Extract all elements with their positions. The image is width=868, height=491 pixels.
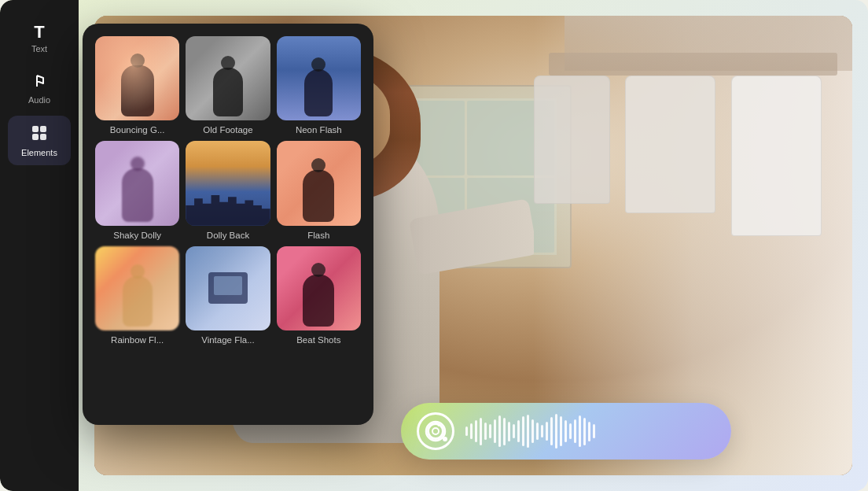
waveform-bar	[470, 423, 473, 439]
effect-item-rainbow-fl[interactable]: Rainbow Fl...	[95, 246, 179, 345]
effects-grid: Bouncing G... Old Footage Neon Fla	[95, 36, 361, 345]
waveform-bar	[465, 426, 468, 436]
waveform-bar	[475, 420, 477, 442]
sidebar-item-audio-label: Audio	[28, 95, 50, 105]
effect-thumb-bouncing-g	[95, 36, 179, 120]
sidebar: T Text Audio Elements	[0, 0, 79, 491]
effect-label-flash: Flash	[277, 231, 361, 240]
effect-thumb-vintage-fla	[186, 246, 270, 330]
effect-thumb-beat-shots	[277, 246, 361, 330]
waveform-bar	[541, 425, 543, 437]
effect-item-vintage-fla[interactable]: Vintage Fla...	[186, 246, 270, 345]
waveform-bar	[513, 424, 515, 438]
text-icon: T	[34, 24, 44, 41]
svg-rect-2	[32, 134, 39, 140]
effect-label-vintage-fla: Vintage Fla...	[186, 335, 270, 345]
audio-icon-circle	[417, 412, 454, 450]
elements-icon	[30, 124, 49, 145]
waveform-bar	[498, 415, 501, 447]
audio-bar[interactable]	[401, 403, 731, 460]
effects-panel: Bouncing G... Old Footage Neon Fla	[83, 24, 373, 425]
effect-label-shaky-dolly: Shaky Dolly	[95, 231, 179, 240]
effect-item-old-footage[interactable]: Old Footage	[186, 36, 270, 135]
effect-label-rainbow-fl: Rainbow Fl...	[95, 335, 179, 345]
sidebar-item-text[interactable]: T Text	[8, 16, 71, 61]
waveform-bar	[489, 424, 491, 438]
waveform-bar	[503, 418, 506, 445]
svg-rect-1	[40, 126, 46, 132]
effect-thumb-shaky-dolly	[95, 141, 179, 225]
waveform-bar	[494, 419, 496, 443]
effect-item-bouncing-g[interactable]: Bouncing G...	[95, 36, 179, 135]
effect-item-neon-flash[interactable]: Neon Flash	[277, 36, 361, 135]
effect-item-flash[interactable]: Flash	[277, 141, 361, 239]
waveform-bar	[508, 422, 510, 441]
app-container: T Text Audio Elements	[0, 0, 868, 491]
svg-rect-0	[32, 126, 39, 132]
effect-thumb-neon-flash	[277, 36, 361, 120]
waveform-bar	[588, 422, 590, 441]
waveform-bar	[517, 420, 520, 442]
waveform-bar	[484, 423, 487, 440]
effect-label-bouncing-g: Bouncing G...	[95, 125, 179, 135]
effect-thumb-old-footage	[186, 36, 270, 120]
effect-label-neon-flash: Neon Flash	[277, 125, 361, 135]
waveform-bar	[569, 423, 572, 439]
effect-thumb-dolly-back	[186, 141, 270, 225]
svg-point-5	[432, 428, 439, 434]
effect-label-dolly-back: Dolly Back	[186, 231, 270, 240]
svg-point-4	[426, 422, 445, 441]
waveform-bar	[583, 418, 586, 445]
waveform	[465, 414, 715, 449]
sidebar-item-text-label: Text	[31, 44, 47, 54]
effect-item-dolly-back[interactable]: Dolly Back	[186, 141, 270, 239]
waveform-bar	[531, 419, 534, 443]
waveform-bar	[546, 422, 548, 441]
sidebar-item-elements[interactable]: Elements	[8, 116, 71, 165]
audio-icon	[31, 72, 48, 92]
effect-label-old-footage: Old Footage	[186, 125, 270, 135]
waveform-bar	[522, 416, 524, 446]
effect-thumb-flash	[277, 141, 361, 225]
waveform-bar	[565, 420, 567, 442]
effect-thumb-rainbow-fl	[95, 246, 179, 330]
sidebar-item-elements-label: Elements	[21, 148, 57, 157]
waveform-bar	[555, 414, 557, 449]
effect-item-shaky-dolly[interactable]: Shaky Dolly	[95, 141, 179, 239]
waveform-bar	[527, 415, 529, 448]
waveform-bar	[574, 419, 576, 443]
effect-label-beat-shots: Beat Shots	[277, 335, 361, 345]
sidebar-item-audio[interactable]: Audio	[8, 65, 71, 113]
waveform-bar	[579, 415, 581, 447]
waveform-bar	[480, 418, 482, 445]
effect-item-beat-shots[interactable]: Beat Shots	[277, 246, 361, 345]
waveform-bar	[593, 424, 595, 438]
waveform-bar	[560, 416, 562, 446]
waveform-bar	[536, 423, 539, 440]
svg-rect-3	[40, 134, 46, 140]
waveform-bar	[550, 417, 553, 445]
